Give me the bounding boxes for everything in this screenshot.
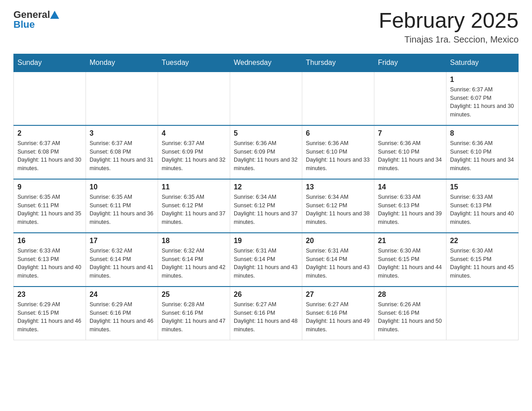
calendar-cell: 5Sunrise: 6:36 AMSunset: 6:09 PMDaylight… xyxy=(230,125,302,179)
day-info: Sunrise: 6:29 AMSunset: 6:16 PMDaylight:… xyxy=(90,300,154,334)
logo: General Blue xyxy=(13,9,59,30)
day-number: 28 xyxy=(378,291,442,299)
calendar-header-row: SundayMondayTuesdayWednesdayThursdayFrid… xyxy=(14,54,519,72)
day-number: 14 xyxy=(378,183,442,191)
day-info: Sunrise: 6:33 AMSunset: 6:13 PMDaylight:… xyxy=(378,193,442,227)
calendar-week-row: 23Sunrise: 6:29 AMSunset: 6:15 PMDayligh… xyxy=(14,287,519,340)
calendar-cell: 10Sunrise: 6:35 AMSunset: 6:11 PMDayligh… xyxy=(86,179,158,233)
day-number: 1 xyxy=(450,76,515,84)
day-info: Sunrise: 6:26 AMSunset: 6:16 PMDaylight:… xyxy=(378,300,442,334)
calendar-cell: 4Sunrise: 6:37 AMSunset: 6:09 PMDaylight… xyxy=(158,125,230,179)
day-info: Sunrise: 6:37 AMSunset: 6:09 PMDaylight:… xyxy=(162,139,226,173)
day-number: 5 xyxy=(234,129,298,137)
day-number: 4 xyxy=(162,129,226,137)
calendar-cell: 22Sunrise: 6:30 AMSunset: 6:15 PMDayligh… xyxy=(446,233,519,287)
day-info: Sunrise: 6:29 AMSunset: 6:15 PMDaylight:… xyxy=(17,300,82,334)
calendar-cell xyxy=(230,72,302,125)
day-number: 24 xyxy=(90,291,154,299)
calendar-cell: 11Sunrise: 6:35 AMSunset: 6:12 PMDayligh… xyxy=(158,179,230,233)
calendar-cell: 19Sunrise: 6:31 AMSunset: 6:14 PMDayligh… xyxy=(230,233,302,287)
day-number: 20 xyxy=(306,237,370,245)
logo-blue-text: Blue xyxy=(13,19,59,30)
day-info: Sunrise: 6:35 AMSunset: 6:11 PMDaylight:… xyxy=(90,193,154,227)
calendar-cell: 24Sunrise: 6:29 AMSunset: 6:16 PMDayligh… xyxy=(86,287,158,340)
day-info: Sunrise: 6:35 AMSunset: 6:12 PMDaylight:… xyxy=(162,193,226,227)
header-thursday: Thursday xyxy=(302,54,374,72)
calendar-subtitle: Tinajas 1ra. Seccion, Mexico xyxy=(379,34,519,45)
day-number: 12 xyxy=(234,183,298,191)
calendar-cell: 28Sunrise: 6:26 AMSunset: 6:16 PMDayligh… xyxy=(374,287,446,340)
day-info: Sunrise: 6:31 AMSunset: 6:14 PMDaylight:… xyxy=(306,247,370,280)
calendar-cell xyxy=(302,72,374,125)
calendar-cell: 25Sunrise: 6:28 AMSunset: 6:16 PMDayligh… xyxy=(158,287,230,340)
calendar-cell: 9Sunrise: 6:35 AMSunset: 6:11 PMDaylight… xyxy=(14,179,86,233)
day-number: 27 xyxy=(306,291,370,299)
header-tuesday: Tuesday xyxy=(158,54,230,72)
day-info: Sunrise: 6:32 AMSunset: 6:14 PMDaylight:… xyxy=(90,247,154,280)
calendar-cell: 2Sunrise: 6:37 AMSunset: 6:08 PMDaylight… xyxy=(14,125,86,179)
day-info: Sunrise: 6:36 AMSunset: 6:10 PMDaylight:… xyxy=(306,139,370,173)
logo-triangle-icon xyxy=(50,11,59,19)
day-info: Sunrise: 6:31 AMSunset: 6:14 PMDaylight:… xyxy=(234,247,298,280)
day-number: 11 xyxy=(162,183,226,191)
day-info: Sunrise: 6:37 AMSunset: 6:08 PMDaylight:… xyxy=(17,139,82,173)
header-friday: Friday xyxy=(374,54,446,72)
day-info: Sunrise: 6:36 AMSunset: 6:09 PMDaylight:… xyxy=(234,139,298,173)
calendar-cell xyxy=(374,72,446,125)
calendar-cell: 3Sunrise: 6:37 AMSunset: 6:08 PMDaylight… xyxy=(86,125,158,179)
calendar-cell: 18Sunrise: 6:32 AMSunset: 6:14 PMDayligh… xyxy=(158,233,230,287)
calendar-cell: 27Sunrise: 6:27 AMSunset: 6:16 PMDayligh… xyxy=(302,287,374,340)
calendar-cell: 20Sunrise: 6:31 AMSunset: 6:14 PMDayligh… xyxy=(302,233,374,287)
day-info: Sunrise: 6:28 AMSunset: 6:16 PMDaylight:… xyxy=(162,300,226,334)
day-info: Sunrise: 6:35 AMSunset: 6:11 PMDaylight:… xyxy=(17,193,82,227)
day-info: Sunrise: 6:33 AMSunset: 6:13 PMDaylight:… xyxy=(17,247,82,280)
day-number: 10 xyxy=(90,183,154,191)
calendar-week-row: 2Sunrise: 6:37 AMSunset: 6:08 PMDaylight… xyxy=(14,125,519,179)
calendar-week-row: 16Sunrise: 6:33 AMSunset: 6:13 PMDayligh… xyxy=(14,233,519,287)
day-info: Sunrise: 6:32 AMSunset: 6:14 PMDaylight:… xyxy=(162,247,226,280)
day-info: Sunrise: 6:37 AMSunset: 6:07 PMDaylight:… xyxy=(450,86,515,119)
calendar-cell: 1Sunrise: 6:37 AMSunset: 6:07 PMDaylight… xyxy=(446,72,519,125)
day-info: Sunrise: 6:30 AMSunset: 6:15 PMDaylight:… xyxy=(450,247,515,280)
page-header: General Blue February 2025 Tinajas 1ra. … xyxy=(13,9,519,45)
day-info: Sunrise: 6:36 AMSunset: 6:10 PMDaylight:… xyxy=(450,139,515,173)
day-info: Sunrise: 6:34 AMSunset: 6:12 PMDaylight:… xyxy=(306,193,370,227)
day-number: 16 xyxy=(17,237,82,245)
day-number: 7 xyxy=(378,129,442,137)
day-number: 13 xyxy=(306,183,370,191)
day-number: 18 xyxy=(162,237,226,245)
day-info: Sunrise: 6:27 AMSunset: 6:16 PMDaylight:… xyxy=(234,300,298,334)
calendar-week-row: 1Sunrise: 6:37 AMSunset: 6:07 PMDaylight… xyxy=(14,72,519,125)
calendar-cell: 6Sunrise: 6:36 AMSunset: 6:10 PMDaylight… xyxy=(302,125,374,179)
day-number: 26 xyxy=(234,291,298,299)
calendar-cell: 21Sunrise: 6:30 AMSunset: 6:15 PMDayligh… xyxy=(374,233,446,287)
calendar-week-row: 9Sunrise: 6:35 AMSunset: 6:11 PMDaylight… xyxy=(14,179,519,233)
day-number: 22 xyxy=(450,237,515,245)
calendar-cell: 26Sunrise: 6:27 AMSunset: 6:16 PMDayligh… xyxy=(230,287,302,340)
day-info: Sunrise: 6:37 AMSunset: 6:08 PMDaylight:… xyxy=(90,139,154,173)
calendar-cell: 14Sunrise: 6:33 AMSunset: 6:13 PMDayligh… xyxy=(374,179,446,233)
day-number: 8 xyxy=(450,129,515,137)
day-number: 3 xyxy=(90,129,154,137)
day-info: Sunrise: 6:27 AMSunset: 6:16 PMDaylight:… xyxy=(306,300,370,334)
title-block: February 2025 Tinajas 1ra. Seccion, Mexi… xyxy=(379,9,519,45)
calendar-cell xyxy=(14,72,86,125)
day-number: 15 xyxy=(450,183,515,191)
day-info: Sunrise: 6:30 AMSunset: 6:15 PMDaylight:… xyxy=(378,247,442,280)
calendar-cell: 12Sunrise: 6:34 AMSunset: 6:12 PMDayligh… xyxy=(230,179,302,233)
calendar-cell: 17Sunrise: 6:32 AMSunset: 6:14 PMDayligh… xyxy=(86,233,158,287)
day-number: 2 xyxy=(17,129,82,137)
day-number: 21 xyxy=(378,237,442,245)
calendar-cell: 23Sunrise: 6:29 AMSunset: 6:15 PMDayligh… xyxy=(14,287,86,340)
header-wednesday: Wednesday xyxy=(230,54,302,72)
day-number: 25 xyxy=(162,291,226,299)
header-monday: Monday xyxy=(86,54,158,72)
calendar-cell xyxy=(446,287,519,340)
day-number: 23 xyxy=(17,291,82,299)
calendar-cell: 13Sunrise: 6:34 AMSunset: 6:12 PMDayligh… xyxy=(302,179,374,233)
day-number: 17 xyxy=(90,237,154,245)
header-saturday: Saturday xyxy=(446,54,519,72)
calendar-title: February 2025 xyxy=(379,9,519,33)
day-number: 6 xyxy=(306,129,370,137)
day-info: Sunrise: 6:36 AMSunset: 6:10 PMDaylight:… xyxy=(378,139,442,173)
